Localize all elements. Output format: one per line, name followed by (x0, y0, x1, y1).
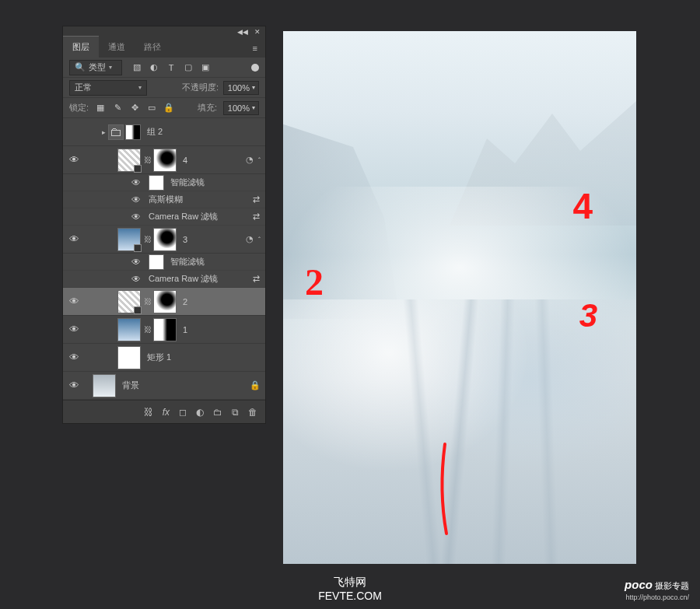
collapse-caret-icon[interactable]: ˆ (258, 156, 261, 164)
visibility-toggle[interactable]: 👁 (131, 177, 141, 188)
filter-adjust-icon[interactable]: ◐ (149, 62, 159, 73)
filter-camera-raw[interactable]: 👁 Camera Raw 滤镜 ⇄ (63, 208, 265, 226)
close-icon[interactable]: ✕ (254, 28, 261, 36)
layer-name[interactable]: 矩形 1 (147, 352, 261, 363)
layer-mask-thumb[interactable] (153, 318, 177, 341)
filter-camera-raw[interactable]: 👁 Camera Raw 滤镜 ⇄ (63, 271, 265, 288)
fill-value: 100% (228, 103, 250, 113)
layer-group-2[interactable]: ▸ 🗀 组 2 (63, 118, 265, 146)
footer-watermark-right: poco 摄影专题 http://photo.poco.cn/ (625, 578, 689, 601)
document-canvas[interactable]: 2 4 3 (283, 31, 636, 564)
adjustment-layer-icon[interactable]: ◐ (196, 407, 204, 418)
collapse-caret-icon[interactable]: ˆ (258, 236, 261, 243)
visibility-toggle[interactable]: 👁 (63, 154, 85, 166)
filter-gaussian-blur[interactable]: 👁 高斯模糊 ⇄ (63, 191, 265, 208)
layers-list: ▸ 🗀 组 2 👁 ⛓ 4 ◔ ˆ 👁 智能滤镜 👁 高斯模糊 ⇄ (63, 118, 265, 400)
link-mask-icon[interactable]: ⛓ (144, 325, 152, 334)
layer-mask-thumb[interactable] (153, 149, 177, 172)
filter-type-icons: ▧ ◐ T ▢ ▣ (131, 62, 211, 73)
annotation-3: 3 (579, 297, 597, 334)
layer-3[interactable]: 👁 ⛓ 3 ◔ ˆ (63, 226, 265, 254)
tab-layers[interactable]: 图层 (63, 36, 99, 58)
filter-mask-thumb[interactable] (149, 254, 164, 270)
folder-icon: 🗀 (108, 124, 124, 140)
lock-artboard-icon[interactable]: ▭ (146, 103, 157, 114)
filter-name[interactable]: Camera Raw 滤镜 (149, 211, 247, 222)
filter-type-icon[interactable]: T (166, 62, 177, 73)
new-layer-icon[interactable]: ⧉ (232, 407, 239, 418)
chevron-down-icon: ▾ (109, 64, 112, 71)
blend-mode-dropdown[interactable]: 正常 ▾ (69, 80, 147, 96)
fill-input[interactable]: 100% ▾ (223, 101, 259, 115)
layer-name[interactable]: 1 (183, 325, 261, 334)
lock-pixels-icon[interactable]: ✎ (112, 103, 123, 114)
visibility-toggle[interactable]: 👁 (63, 233, 85, 245)
tab-channels[interactable]: 通道 (99, 37, 135, 58)
layer-name[interactable]: 2 (183, 297, 261, 306)
filter-effects-icon[interactable]: ◔ (246, 234, 254, 244)
filter-blend-icon[interactable]: ⇄ (247, 274, 265, 284)
collapse-icon[interactable]: ◀◀ (237, 28, 248, 36)
artwork-ice-field (283, 299, 636, 564)
tab-paths[interactable]: 路径 (135, 37, 170, 58)
layer-name[interactable]: 背景 (122, 380, 250, 391)
layer-1[interactable]: 👁 ⛓ 1 (63, 316, 265, 344)
lock-label: 锁定: (69, 102, 89, 114)
filter-toggle[interactable] (251, 64, 259, 72)
filter-name[interactable]: Camera Raw 滤镜 (149, 273, 247, 285)
visibility-toggle[interactable]: 👁 (131, 274, 141, 285)
panel-menu-icon[interactable]: ≡ (245, 39, 265, 58)
visibility-toggle[interactable]: 👁 (63, 324, 85, 335)
visibility-toggle[interactable]: 👁 (131, 212, 141, 222)
layer-4[interactable]: 👁 ⛓ 4 ◔ ˆ (63, 146, 265, 174)
new-group-icon[interactable]: 🗀 (213, 407, 222, 418)
link-layers-icon[interactable]: ⛓ (144, 407, 153, 418)
smart-filters-header: 👁 智能滤镜 (63, 254, 265, 271)
filter-kind-dropdown[interactable]: 🔍 类型 ▾ (69, 60, 122, 75)
visibility-toggle[interactable]: 👁 (131, 257, 141, 268)
lock-row: 锁定: ▦ ✎ ✥ ▭ 🔒 填充: 100% ▾ (63, 98, 265, 118)
link-mask-icon[interactable]: ⛓ (144, 235, 152, 243)
visibility-toggle[interactable]: 👁 (63, 296, 85, 307)
visibility-toggle[interactable]: 👁 (63, 380, 85, 391)
layer-background[interactable]: 👁 背景 🔒 (63, 372, 265, 400)
filter-mask-thumb[interactable] (149, 175, 164, 191)
disclosure-icon[interactable]: ▸ (99, 128, 108, 136)
annotation-2: 2 (305, 261, 324, 303)
filter-name[interactable]: 高斯模糊 (149, 194, 247, 205)
filter-shape-icon[interactable]: ▢ (183, 62, 194, 73)
layer-2[interactable]: 👁 ⛓ 2 (63, 288, 265, 316)
layer-rect-1[interactable]: 👁 矩形 1 (63, 344, 265, 372)
filter-blend-icon[interactable]: ⇄ (247, 212, 265, 222)
layer-name[interactable]: 组 2 (147, 126, 261, 138)
smart-object-badge-icon (134, 165, 142, 173)
layer-thumb[interactable] (117, 318, 141, 341)
lock-transparent-icon[interactable]: ▦ (95, 103, 106, 114)
opacity-value: 100% (228, 83, 250, 93)
add-mask-icon[interactable]: ◻ (179, 407, 187, 418)
filter-pixel-icon[interactable]: ▧ (131, 62, 142, 73)
panel-tabs: 图层 通道 路径 ≡ (63, 37, 265, 58)
visibility-toggle[interactable]: 👁 (63, 352, 85, 363)
layer-thumb[interactable] (117, 290, 141, 313)
layer-thumb[interactable] (93, 374, 116, 397)
layer-mask-thumb[interactable] (153, 228, 177, 251)
fx-icon[interactable]: fx (163, 407, 170, 418)
layer-thumb[interactable] (117, 228, 141, 251)
filter-smart-icon[interactable]: ▣ (200, 62, 211, 73)
lock-position-icon[interactable]: ✥ (129, 103, 140, 114)
opacity-input[interactable]: 100% ▾ (223, 81, 259, 95)
delete-layer-icon[interactable]: 🗑 (248, 407, 257, 418)
layer-name[interactable]: 3 (183, 235, 246, 244)
visibility-toggle[interactable]: 👁 (131, 194, 141, 205)
link-mask-icon[interactable]: ⛓ (144, 297, 152, 306)
link-mask-icon[interactable]: ⛓ (144, 156, 152, 164)
lock-all-icon[interactable]: 🔒 (163, 103, 174, 114)
filter-effects-icon[interactable]: ◔ (246, 155, 254, 165)
layer-thumb[interactable] (117, 149, 141, 172)
layer-name[interactable]: 4 (183, 156, 246, 165)
layer-mask-thumb[interactable] (125, 124, 141, 140)
filter-blend-icon[interactable]: ⇄ (247, 194, 265, 205)
layer-mask-thumb[interactable] (153, 290, 177, 313)
layer-thumb[interactable] (117, 346, 141, 369)
